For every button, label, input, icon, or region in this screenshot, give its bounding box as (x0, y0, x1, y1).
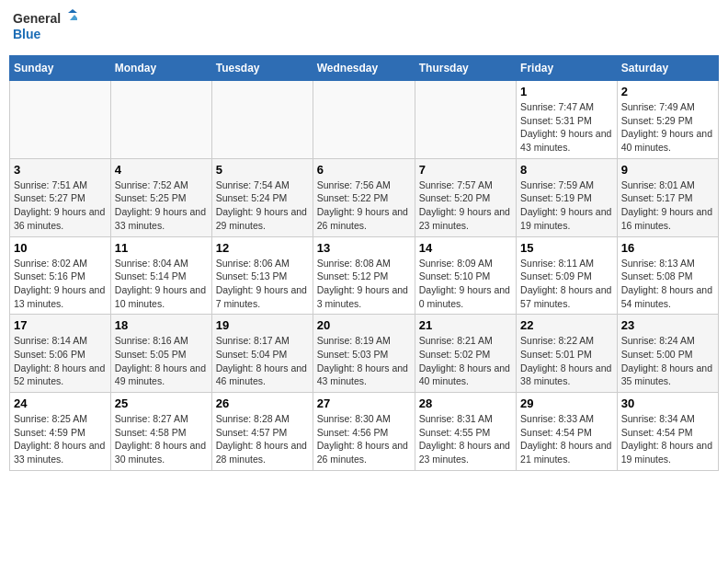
day-number: 25 (115, 396, 208, 410)
calendar-cell: 11Sunrise: 8:04 AM Sunset: 5:14 PM Dayli… (110, 236, 211, 315)
column-header-wednesday: Wednesday (313, 56, 415, 81)
day-number: 30 (621, 396, 714, 410)
calendar-cell: 27Sunrise: 8:30 AM Sunset: 4:56 PM Dayli… (313, 393, 415, 471)
day-number: 20 (317, 318, 411, 332)
calendar-cell (415, 81, 516, 159)
day-number: 1 (520, 85, 613, 98)
calendar-cell: 2Sunrise: 7:49 AM Sunset: 5:29 PM Daylig… (617, 81, 718, 159)
calendar-cell: 28Sunrise: 8:31 AM Sunset: 4:55 PM Dayli… (415, 393, 516, 471)
calendar-cell: 20Sunrise: 8:19 AM Sunset: 5:03 PM Dayli… (313, 315, 415, 393)
day-info: Sunrise: 7:52 AM Sunset: 5:25 PM Dayligh… (115, 178, 208, 233)
day-info: Sunrise: 8:06 AM Sunset: 5:13 PM Dayligh… (216, 257, 309, 311)
day-number: 26 (216, 396, 309, 410)
day-number: 28 (419, 396, 512, 410)
svg-marker-2 (68, 9, 77, 13)
calendar-cell: 30Sunrise: 8:34 AM Sunset: 4:54 PM Dayli… (617, 393, 718, 471)
day-info: Sunrise: 7:57 AM Sunset: 5:20 PM Dayligh… (419, 178, 512, 233)
day-number: 13 (317, 241, 411, 255)
day-info: Sunrise: 7:54 AM Sunset: 5:24 PM Dayligh… (216, 178, 309, 233)
calendar-cell: 8Sunrise: 7:59 AM Sunset: 5:19 PM Daylig… (517, 158, 618, 236)
calendar-cell: 25Sunrise: 8:27 AM Sunset: 4:58 PM Dayli… (110, 393, 211, 471)
column-header-sunday: Sunday (10, 56, 111, 81)
column-header-tuesday: Tuesday (211, 56, 313, 81)
calendar-cell: 17Sunrise: 8:14 AM Sunset: 5:06 PM Dayli… (10, 315, 111, 393)
column-header-thursday: Thursday (415, 56, 516, 81)
day-info: Sunrise: 8:24 AM Sunset: 5:00 PM Dayligh… (621, 334, 714, 388)
calendar-cell (10, 81, 111, 159)
calendar-cell: 4Sunrise: 7:52 AM Sunset: 5:25 PM Daylig… (110, 158, 211, 236)
day-info: Sunrise: 7:59 AM Sunset: 5:19 PM Dayligh… (520, 178, 613, 233)
column-header-friday: Friday (517, 56, 618, 81)
day-info: Sunrise: 8:30 AM Sunset: 4:56 PM Dayligh… (317, 412, 411, 466)
day-number: 21 (419, 318, 512, 332)
logo-svg: General Blue (13, 9, 77, 48)
day-info: Sunrise: 8:22 AM Sunset: 5:01 PM Dayligh… (520, 334, 613, 388)
day-info: Sunrise: 7:51 AM Sunset: 5:27 PM Dayligh… (14, 178, 107, 233)
calendar-cell: 23Sunrise: 8:24 AM Sunset: 5:00 PM Dayli… (617, 315, 718, 393)
calendar-cell: 15Sunrise: 8:11 AM Sunset: 5:09 PM Dayli… (517, 236, 618, 315)
day-number: 18 (115, 318, 208, 332)
day-info: Sunrise: 8:16 AM Sunset: 5:05 PM Dayligh… (115, 334, 208, 388)
day-number: 19 (216, 318, 309, 332)
day-number: 14 (419, 241, 512, 255)
day-info: Sunrise: 8:34 AM Sunset: 4:54 PM Dayligh… (621, 412, 714, 466)
day-number: 8 (520, 163, 613, 177)
calendar-cell: 7Sunrise: 7:57 AM Sunset: 5:20 PM Daylig… (415, 158, 516, 236)
day-info: Sunrise: 8:21 AM Sunset: 5:02 PM Dayligh… (419, 334, 512, 388)
column-header-saturday: Saturday (617, 56, 718, 81)
svg-text:Blue: Blue (13, 27, 41, 41)
calendar-cell: 1Sunrise: 7:47 AM Sunset: 5:31 PM Daylig… (517, 81, 618, 159)
day-info: Sunrise: 8:14 AM Sunset: 5:06 PM Dayligh… (14, 334, 107, 388)
svg-marker-3 (70, 15, 77, 20)
day-number: 2 (621, 85, 714, 98)
calendar-week-row: 3Sunrise: 7:51 AM Sunset: 5:27 PM Daylig… (10, 158, 719, 236)
day-info: Sunrise: 7:49 AM Sunset: 5:29 PM Dayligh… (621, 100, 714, 155)
calendar-cell (110, 81, 211, 159)
calendar-cell: 26Sunrise: 8:28 AM Sunset: 4:57 PM Dayli… (211, 393, 313, 471)
calendar-cell: 6Sunrise: 7:56 AM Sunset: 5:22 PM Daylig… (313, 158, 415, 236)
day-number: 9 (621, 163, 714, 177)
day-info: Sunrise: 8:08 AM Sunset: 5:12 PM Dayligh… (317, 257, 411, 311)
day-number: 22 (520, 318, 613, 332)
calendar-cell: 9Sunrise: 8:01 AM Sunset: 5:17 PM Daylig… (617, 158, 718, 236)
day-info: Sunrise: 8:01 AM Sunset: 5:17 PM Dayligh… (621, 178, 714, 233)
calendar-cell: 3Sunrise: 7:51 AM Sunset: 5:27 PM Daylig… (10, 158, 111, 236)
day-number: 24 (14, 396, 107, 410)
day-number: 7 (419, 163, 512, 177)
day-number: 16 (621, 241, 714, 255)
svg-text:General: General (13, 11, 61, 26)
calendar-cell: 19Sunrise: 8:17 AM Sunset: 5:04 PM Dayli… (211, 315, 313, 393)
calendar-cell: 21Sunrise: 8:21 AM Sunset: 5:02 PM Dayli… (415, 315, 516, 393)
day-info: Sunrise: 8:13 AM Sunset: 5:08 PM Dayligh… (621, 257, 714, 311)
day-info: Sunrise: 8:28 AM Sunset: 4:57 PM Dayligh… (216, 412, 309, 466)
calendar-cell (313, 81, 415, 159)
calendar-cell: 24Sunrise: 8:25 AM Sunset: 4:59 PM Dayli… (10, 393, 111, 471)
day-info: Sunrise: 7:56 AM Sunset: 5:22 PM Dayligh… (317, 178, 411, 233)
calendar-week-row: 1Sunrise: 7:47 AM Sunset: 5:31 PM Daylig… (10, 81, 719, 159)
calendar-table: SundayMondayTuesdayWednesdayThursdayFrid… (9, 55, 719, 471)
day-number: 23 (621, 318, 714, 332)
day-number: 12 (216, 241, 309, 255)
calendar-week-row: 24Sunrise: 8:25 AM Sunset: 4:59 PM Dayli… (10, 393, 719, 471)
calendar-cell: 29Sunrise: 8:33 AM Sunset: 4:54 PM Dayli… (517, 393, 618, 471)
day-number: 10 (14, 241, 107, 255)
day-number: 5 (216, 163, 309, 177)
day-number: 27 (317, 396, 411, 410)
day-number: 29 (520, 396, 613, 410)
calendar-cell: 12Sunrise: 8:06 AM Sunset: 5:13 PM Dayli… (211, 236, 313, 315)
day-info: Sunrise: 8:09 AM Sunset: 5:10 PM Dayligh… (419, 257, 512, 311)
calendar-cell: 13Sunrise: 8:08 AM Sunset: 5:12 PM Dayli… (313, 236, 415, 315)
calendar-cell: 14Sunrise: 8:09 AM Sunset: 5:10 PM Dayli… (415, 236, 516, 315)
day-info: Sunrise: 8:19 AM Sunset: 5:03 PM Dayligh… (317, 334, 411, 388)
calendar-week-row: 10Sunrise: 8:02 AM Sunset: 5:16 PM Dayli… (10, 236, 719, 315)
day-number: 11 (115, 241, 208, 255)
calendar-cell: 16Sunrise: 8:13 AM Sunset: 5:08 PM Dayli… (617, 236, 718, 315)
calendar-cell: 10Sunrise: 8:02 AM Sunset: 5:16 PM Dayli… (10, 236, 111, 315)
column-header-monday: Monday (110, 56, 211, 81)
calendar-week-row: 17Sunrise: 8:14 AM Sunset: 5:06 PM Dayli… (10, 315, 719, 393)
logo: General Blue (13, 9, 77, 48)
day-info: Sunrise: 8:02 AM Sunset: 5:16 PM Dayligh… (14, 257, 107, 311)
day-number: 4 (115, 163, 208, 177)
day-number: 15 (520, 241, 613, 255)
day-info: Sunrise: 8:27 AM Sunset: 4:58 PM Dayligh… (115, 412, 208, 466)
